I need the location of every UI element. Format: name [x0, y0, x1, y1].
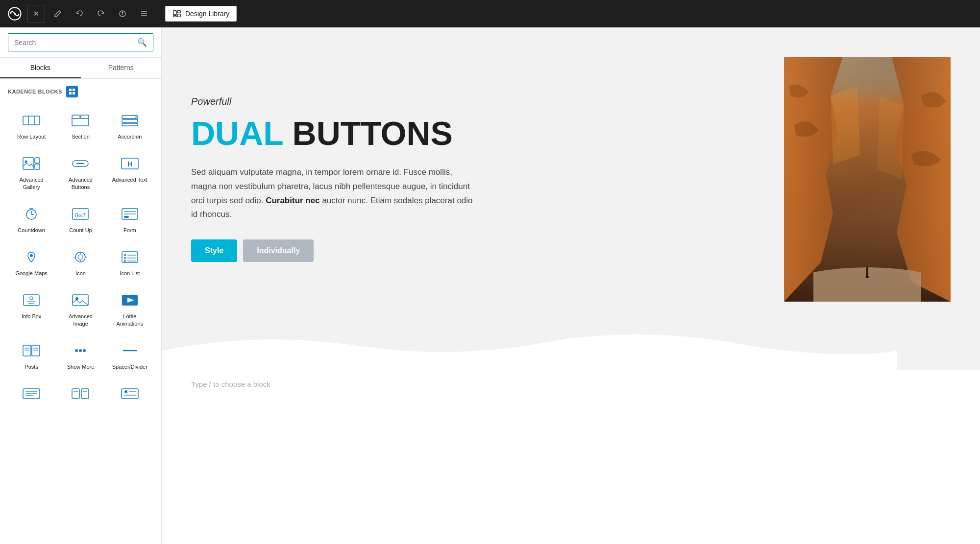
sidebar: 🔍 Blocks Patterns KADENCE BLOCKS — [0, 27, 162, 544]
svg-point-50 — [124, 257, 126, 259]
search-input[interactable] — [14, 39, 133, 47]
blocks-grid-wrapper: Row Layout Section Accordion — [0, 101, 161, 544]
list-view-button[interactable] — [135, 5, 153, 23]
block-item-countdown[interactable]: Countdown — [8, 199, 55, 240]
svg-point-29 — [25, 161, 27, 163]
block-label-icon-list: Icon List — [120, 270, 140, 277]
block-item-count-up[interactable]: 0∞7 Count Up — [57, 199, 104, 240]
svg-rect-27 — [35, 158, 40, 163]
search-icon[interactable]: 🔍 — [137, 38, 147, 47]
block-item-advanced-image[interactable]: Advanced Image — [57, 285, 104, 333]
svg-rect-11 — [173, 16, 176, 17]
svg-rect-8 — [173, 11, 176, 15]
btn-style[interactable]: Style — [191, 239, 237, 262]
block-icon-20 — [69, 385, 92, 402]
edit-button[interactable] — [49, 5, 67, 23]
hero-description-bold: Curabitur nec — [266, 196, 320, 205]
search-input-wrapper: 🔍 — [8, 33, 153, 51]
wave-bottom — [162, 331, 897, 370]
svg-point-1 — [14, 13, 16, 15]
svg-point-68 — [79, 349, 82, 352]
svg-rect-9 — [177, 11, 180, 13]
svg-rect-12 — [69, 89, 72, 91]
block-item-google-maps[interactable]: Google Maps — [8, 242, 55, 283]
svg-point-59 — [75, 297, 78, 300]
block-icon-21 — [118, 385, 142, 402]
block-label-lottie: Lottie Animations — [111, 313, 149, 327]
block-label-accordion: Accordion — [118, 133, 142, 140]
tab-patterns[interactable]: Patterns — [81, 58, 162, 78]
block-label-google-maps: Google Maps — [15, 270, 47, 277]
hero-text: Powerfull DUAL BUTTONS Sed aliquam vulpu… — [191, 57, 475, 262]
info-button[interactable] — [114, 5, 131, 23]
wp-logo — [6, 5, 24, 23]
svg-rect-43 — [124, 216, 129, 218]
redo-button[interactable] — [92, 5, 110, 23]
block-item-spacer-divider[interactable]: Spacer/Divider — [106, 335, 153, 377]
block-item-section[interactable]: Section — [57, 105, 104, 146]
block-label-show-more: Show More — [67, 363, 95, 370]
block-item-19[interactable] — [8, 378, 55, 413]
block-icon-advanced-buttons — [69, 155, 92, 172]
svg-rect-14 — [69, 92, 72, 95]
svg-rect-61 — [23, 345, 31, 356]
block-item-advanced-buttons[interactable]: Advanced Buttons — [57, 148, 104, 197]
svg-rect-76 — [81, 389, 89, 399]
block-icon-icon — [69, 248, 92, 266]
block-item-form[interactable]: Form — [106, 199, 153, 240]
design-library-button[interactable]: Design Library — [165, 6, 237, 22]
svg-rect-13 — [73, 89, 75, 91]
hero-section: Powerfull DUAL BUTTONS Sed aliquam vulpu… — [162, 27, 980, 370]
block-item-advanced-text[interactable]: H Advanced Text — [106, 148, 153, 197]
svg-point-48 — [124, 254, 126, 256]
search-bar: 🔍 — [0, 27, 161, 58]
svg-rect-62 — [32, 345, 40, 356]
svg-rect-16 — [23, 116, 40, 125]
block-item-lottie[interactable]: Lottie Animations — [106, 285, 153, 333]
block-icon-19 — [20, 385, 43, 402]
hero-title: DUAL BUTTONS — [191, 115, 475, 152]
block-label-count-up: Count Up — [69, 227, 92, 234]
btn-individually[interactable]: Individually — [243, 239, 314, 262]
svg-point-44 — [30, 254, 33, 257]
type-to-choose: Type / to choose a block — [162, 370, 980, 398]
svg-rect-10 — [177, 14, 180, 17]
svg-rect-85 — [866, 267, 868, 277]
block-item-icon-list[interactable]: Icon List — [106, 242, 153, 283]
block-label-advanced-text: Advanced Text — [112, 176, 147, 183]
type-hint-text: Type / to choose a block — [191, 380, 270, 388]
block-item-row-layout[interactable]: Row Layout — [8, 105, 55, 146]
kadence-label: KADENCE BLOCKS — [8, 89, 62, 95]
block-icon-show-more — [69, 342, 92, 359]
block-label-row-layout: Row Layout — [17, 133, 46, 140]
design-library-label: Design Library — [185, 10, 229, 18]
svg-point-21 — [79, 116, 81, 118]
block-label-advanced-image: Advanced Image — [61, 313, 99, 327]
block-item-info-box[interactable]: Info Box — [8, 285, 55, 333]
undo-button[interactable] — [71, 5, 88, 23]
block-label-advanced-gallery: Advanced Gallery — [12, 176, 50, 190]
block-item-show-more[interactable]: Show More — [57, 335, 104, 377]
hero-tagline: Powerfull — [191, 96, 475, 107]
block-item-20[interactable] — [57, 378, 104, 413]
block-item-accordion[interactable]: Accordion — [106, 105, 153, 146]
block-item-icon[interactable]: Icon — [57, 242, 104, 283]
svg-point-80 — [124, 390, 127, 393]
sidebar-tabs: Blocks Patterns — [0, 58, 161, 79]
block-label-info-box: Info Box — [22, 313, 41, 320]
block-label-icon: Icon — [75, 270, 86, 277]
svg-point-52 — [124, 260, 126, 262]
tab-blocks[interactable]: Blocks — [0, 58, 81, 78]
block-item-advanced-gallery[interactable]: Advanced Gallery — [8, 148, 55, 197]
svg-point-67 — [75, 349, 78, 352]
close-button[interactable]: ✕ — [27, 5, 45, 23]
block-icon-section — [69, 112, 92, 129]
block-icon-info-box — [20, 291, 43, 309]
svg-text:H: H — [127, 160, 132, 168]
hero-title-dark: BUTTONS — [283, 115, 453, 152]
blocks-grid: Row Layout Section Accordion — [8, 105, 153, 413]
block-label-spacer-divider: Spacer/Divider — [112, 363, 147, 370]
block-item-21[interactable] — [106, 378, 153, 413]
block-label-form: Form — [123, 227, 136, 234]
block-item-posts[interactable]: Posts — [8, 335, 55, 377]
